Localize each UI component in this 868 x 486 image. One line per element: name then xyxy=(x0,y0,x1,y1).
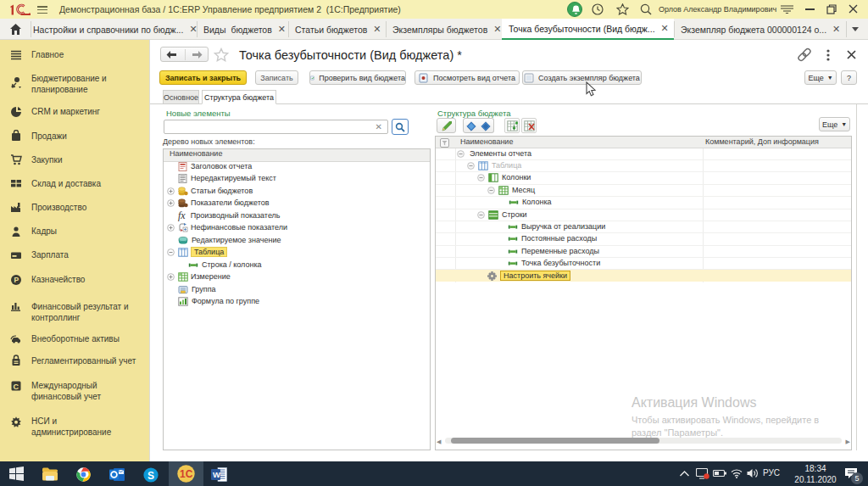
svg-text:W: W xyxy=(213,470,220,479)
svg-text:S: S xyxy=(147,470,154,482)
svg-text:Р: Р xyxy=(14,276,19,284)
svg-text:С: С xyxy=(14,383,19,391)
svg-text:1С: 1С xyxy=(180,468,193,480)
